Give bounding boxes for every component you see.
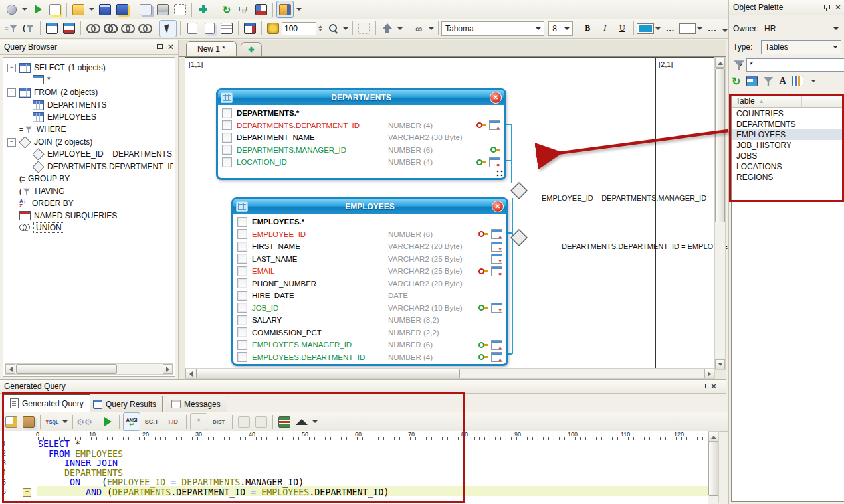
collapse-toggle[interactable]: −: [7, 64, 16, 72]
line-style-more-button[interactable]: ...: [663, 21, 679, 37]
zoom-spinner[interactable]: [318, 25, 322, 31]
column-name[interactable]: DEPARTMENT_NAME: [237, 133, 388, 141]
column-name[interactable]: DEPARTMENTS.DEPARTMENT_ID: [237, 122, 388, 129]
tune-sql-icon[interactable]: YSQL: [44, 414, 60, 430]
save-as-icon[interactable]: [114, 1, 130, 17]
column-checkbox[interactable]: [237, 340, 247, 350]
collapse-toggle[interactable]: −: [7, 138, 16, 147]
gears-icon[interactable]: ⚙⚙: [76, 414, 92, 430]
edit-filter-icon[interactable]: (: [21, 21, 37, 37]
bold-button[interactable]: B: [580, 21, 595, 37]
tree-item-order-by[interactable]: A↓ZORDER BY: [19, 197, 74, 209]
column-name[interactable]: EMPLOYEES.MANAGER_ID: [252, 341, 388, 349]
column-name[interactable]: SALARY: [252, 316, 388, 324]
tree-item-having[interactable]: (HAVING: [19, 185, 64, 197]
star-icon[interactable]: *: [190, 413, 207, 430]
copy-page-icon[interactable]: [201, 21, 217, 37]
close-icon[interactable]: ✕: [835, 3, 841, 11]
filter-data-icon[interactable]: [746, 76, 758, 86]
close-icon[interactable]: ✕: [710, 382, 717, 390]
pin-icon[interactable]: [156, 44, 162, 51]
font-name-combo[interactable]: Tahoma: [441, 21, 544, 36]
join-diamond[interactable]: [511, 230, 527, 246]
scroll-right-button[interactable]: [163, 364, 173, 374]
column-checkbox[interactable]: [237, 266, 247, 276]
tree-item-employees[interactable]: EMPLOYEES: [33, 111, 96, 123]
column-checkbox[interactable]: [237, 254, 247, 264]
join-diamond[interactable]: [511, 183, 527, 199]
intersect-icon[interactable]: [119, 21, 135, 37]
dist-icon[interactable]: DIST: [209, 414, 229, 430]
list-item-departments[interactable]: DEPARTMENTS: [732, 119, 843, 129]
column-name[interactable]: LAST_NAME: [252, 255, 388, 263]
scroll-thumb[interactable]: [715, 68, 725, 222]
canvas-hscrollbar[interactable]: [185, 368, 715, 379]
create-filter-icon[interactable]: =: [3, 21, 19, 37]
column-name[interactable]: JOB_ID: [252, 304, 388, 312]
scroll-left-button[interactable]: [5, 364, 15, 374]
tree-item-select[interactable]: −SELECT(1 objects): [7, 62, 106, 74]
column-name[interactable]: FIRST_NAME: [252, 242, 388, 250]
list-item-employees[interactable]: EMPLOYEES: [732, 129, 843, 140]
object-list-header[interactable]: Table ▲: [732, 95, 844, 108]
new-file-icon[interactable]: [47, 1, 63, 17]
column-checkbox[interactable]: [222, 133, 232, 143]
tab-messages[interactable]: Messages: [165, 396, 227, 412]
column-checkbox[interactable]: [237, 315, 247, 325]
pin-icon[interactable]: [699, 383, 705, 390]
ansi-icon[interactable]: ANSI↩: [123, 412, 140, 431]
scroll-left-button[interactable]: [185, 369, 195, 378]
tree-item-join-condition[interactable]: EMPLOYEE_ID = DEPARTMENTS.MANAGI: [33, 148, 173, 160]
close-table-button[interactable]: ✕: [492, 201, 504, 212]
sct-icon[interactable]: SC.T: [142, 414, 161, 430]
palette-caret[interactable]: [295, 1, 303, 17]
tree-item-star[interactable]: *: [33, 74, 51, 86]
fill-style-more-button[interactable]: ...: [704, 21, 720, 37]
column-name[interactable]: LOCATION_ID: [237, 158, 388, 166]
column-checkbox[interactable]: [237, 229, 247, 239]
canvas-vscrollbar[interactable]: [714, 57, 726, 370]
column-checkbox[interactable]: [222, 145, 232, 155]
open-caret[interactable]: [88, 1, 96, 17]
select-cursor-icon[interactable]: [159, 20, 177, 37]
tile-windows-icon[interactable]: [253, 1, 269, 17]
paste-icon[interactable]: [21, 414, 37, 430]
table-window-titlebar[interactable]: EMPLOYEES ✕: [233, 199, 506, 214]
column-name[interactable]: COMMISSION_PCT: [252, 329, 388, 337]
window-view-icon[interactable]: [242, 21, 258, 37]
tree-item-group-by[interactable]: (≡GROUP BY: [19, 173, 70, 185]
union-icon[interactable]: [84, 21, 100, 37]
zoom-fit-icon[interactable]: [265, 21, 281, 37]
run-script-icon[interactable]: [30, 1, 46, 17]
scroll-down-button[interactable]: [715, 359, 725, 369]
fold-toggle[interactable]: −: [23, 488, 31, 497]
column-checkbox[interactable]: [237, 327, 247, 337]
scroll-up-button[interactable]: [715, 58, 725, 68]
print-icon[interactable]: [155, 1, 171, 17]
collapse-toggle[interactable]: −: [7, 88, 16, 97]
name-filter-input[interactable]: [746, 58, 844, 72]
close-icon[interactable]: ✕: [167, 43, 174, 51]
print-preview-icon[interactable]: [172, 1, 188, 17]
tree-item-named-subqueries[interactable]: NAMED SUBQUERIES: [19, 210, 117, 222]
tune-caret[interactable]: [61, 414, 69, 430]
tree-item-departments[interactable]: DEPARTMENTS: [33, 99, 107, 111]
table-window-titlebar[interactable]: DEPARTMENTS ✕: [218, 90, 504, 105]
open-folder-icon[interactable]: [70, 1, 86, 17]
front-caret[interactable]: [397, 21, 403, 37]
magnifier-icon[interactable]: [325, 21, 341, 37]
scroll-right-button[interactable]: [704, 369, 714, 378]
copy-icon[interactable]: [138, 1, 154, 17]
tid-icon[interactable]: T.ID: [163, 414, 183, 430]
column-name[interactable]: EMPLOYEE_ID: [252, 230, 388, 238]
scroll-thumb[interactable]: [708, 442, 718, 496]
underline-button[interactable]: U: [614, 21, 630, 37]
tree-hscrollbar[interactable]: [5, 363, 173, 375]
column-checkbox[interactable]: [237, 278, 247, 288]
column-name[interactable]: EMPLOYEES.*: [252, 218, 506, 226]
scroll-up-button[interactable]: [708, 432, 718, 442]
glasses-caret[interactable]: [428, 21, 435, 37]
connect-icon[interactable]: [3, 1, 19, 17]
tab-query-results[interactable]: Query Results: [86, 396, 163, 412]
column-checkbox[interactable]: [237, 217, 247, 227]
